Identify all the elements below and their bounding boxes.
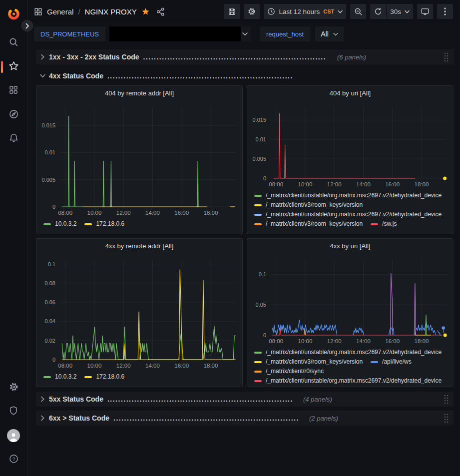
legend-color-dash [371,361,378,363]
x-axis-tick-label: 16:00 [385,181,400,187]
row-drag-handle[interactable] [444,413,449,423]
legend-label: /_matrix/client/v3/room_keys/version [266,357,363,367]
legend-color-dash [254,361,262,363]
panel-title[interactable]: 4xx by remote addr [All] [36,239,242,253]
x-axis-tick-label: 08:00 [58,210,72,216]
sidebar-item-dashboards[interactable] [0,80,27,101]
save-dashboard-button[interactable] [224,4,240,19]
y-axis-tick-label: 0.1 [48,261,55,267]
legend-item[interactable]: 10.0.3.2 [43,372,76,382]
y-axis-tick-label: 0 [52,204,55,210]
row-drag-handle[interactable] [444,52,449,62]
x-axis-tick-label: 16:00 [174,363,189,369]
cycle-view-mode-button[interactable] [417,4,433,19]
legend-item[interactable]: /_matrix/client/unstable/org.matrix.msc2… [254,348,442,357]
magnifier-minus-icon [354,7,363,16]
panel-4xx-by-uri: 4xx by uri [All] 00.050.108:0010:0012:00… [247,238,454,387]
y-axis-tick-label: 0.02 [45,338,55,344]
refresh-interval-select[interactable]: 30s [386,4,413,19]
datasource-variable-select[interactable] [109,26,251,41]
legend-color-dash [254,352,262,354]
panel-title[interactable]: 404 by remote addr [All] [36,86,242,100]
monitor-icon [421,7,430,16]
row-drag-handle[interactable] [444,394,449,404]
favorite-star-icon[interactable] [141,7,150,16]
zoom-out-time-button[interactable] [350,4,366,19]
share-icon[interactable] [156,7,165,16]
y-axis-tick-label: 0.005 [41,177,55,183]
legend-item[interactable]: /_matrix/client/unstable/org.matrix.msc2… [254,191,442,200]
breadcrumb: General / NGINX PROXY [34,7,165,16]
legend-color-dash [43,223,51,225]
panel-chart-area[interactable]: 00.0050.010.01508:0010:0012:0014:0016:00… [247,100,453,189]
legend-color-dash [254,223,262,225]
legend-item[interactable]: /sw.js [371,219,397,229]
sidebar-item-search[interactable] [0,32,27,53]
legend-item[interactable]: /_matrix/client/unstable/org.matrix.msc2… [254,376,442,385]
x-axis-tick-label: 14:00 [356,181,371,187]
legend-item[interactable]: /_matrix/client/unstable/org.matrix.msc2… [254,210,442,219]
y-axis-tick-label: 0.01 [256,136,266,142]
time-range-picker[interactable]: Last 12 hours CST [264,4,346,19]
chart-canvas[interactable]: 00.050.108:0010:0012:0014:0016:0018:00 [247,253,453,346]
x-axis-tick-label: 10:00 [87,363,102,369]
row-title: 4xx Status Code [49,72,103,80]
panel-title[interactable]: 4xx by uri [All] [247,239,453,253]
legend-item[interactable]: 172.18.0.6 [84,372,124,382]
legend-item[interactable]: 172.18.0.6 [84,219,124,229]
row-header-6xx[interactable]: 6xx > Status Code ......................… [36,411,454,426]
sidebar-item-configuration[interactable] [0,377,27,398]
grafana-logo[interactable] [7,7,20,22]
x-axis-tick-label: 08:00 [269,338,283,344]
legend-label: /_matrix/client/unstable/org.matrix.msc2… [266,348,442,357]
sidebar-item-help[interactable]: ? [0,449,27,470]
sidebar-item-profile[interactable] [0,425,27,446]
dashboard-title[interactable]: NGINX PROXY [85,7,137,16]
sidebar-item-server-admin[interactable] [0,401,27,422]
legend-item[interactable]: 10.0.3.2 [43,219,76,229]
row-header-1xx-3xx-2xx[interactable]: 1xx - 3xx - 2xx Status Code ............… [36,49,454,64]
panel-chart-area[interactable]: 00.020.040.060.080.108:0010:0012:0014:00… [36,253,242,371]
chart-canvas[interactable]: 00.0050.010.01508:0010:0012:0014:0016:00… [36,100,242,218]
sidebar-expand-button[interactable] [21,20,33,31]
dashboard-settings-button[interactable] [244,4,260,19]
x-axis-tick-label: 08:00 [269,181,283,187]
panel-chart-area[interactable]: 00.0050.010.01508:0010:0012:0014:0016:00… [36,100,242,218]
time-range-label: Last 12 hours [279,8,320,15]
row-panel-count: (6 panels) [337,53,366,61]
row-header-4xx[interactable]: 4xx Status Code ........................… [36,68,454,83]
request-host-variable-label[interactable]: request_host [260,26,310,41]
sidebar-item-explore[interactable] [0,104,27,125]
chart-canvas[interactable]: 00.020.040.060.080.108:0010:0012:0014:00… [36,253,242,371]
row-header-5xx[interactable]: 5xx Status Code ........................… [36,392,454,407]
dashboard-toolbar: Last 12 hours CST 30s [224,4,453,19]
sidebar-item-starred[interactable] [0,56,27,77]
breadcrumb-section[interactable]: General [47,7,73,16]
sidebar-item-alerting[interactable] [0,128,27,149]
timezone-label: CST [323,8,334,14]
user-avatar [7,429,20,442]
legend-item[interactable]: /_matrix/client/r0/sync [254,367,324,376]
y-axis-tick-label: 0.05 [256,302,266,308]
legend-item[interactable]: /_matrix/client/v3/room_keys/version [254,200,363,210]
refresh-button[interactable] [370,4,386,19]
legend-item[interactable]: /_matrix/client/v3/room_keys/version [254,357,363,367]
x-axis-tick-label: 12:00 [327,338,342,344]
legend-color-dash [254,204,262,206]
y-axis-tick-label: 0 [263,175,266,181]
x-axis-tick-label: 14:00 [145,210,160,216]
datasource-variable-label[interactable]: DS_PROMETHEUS [34,26,105,41]
x-axis-tick-label: 12:00 [116,210,131,216]
legend-color-dash [254,380,262,382]
legend-item[interactable]: /_matrix/client/v3/room_keys/version [254,219,363,229]
legend-item[interactable]: /api/live/ws [371,357,412,367]
chevron-right-icon [40,54,45,60]
star-icon [8,61,19,73]
request-host-variable-select[interactable]: All [315,26,344,41]
panel-chart-area[interactable]: 00.050.108:0010:0012:0014:0016:0018:00 [247,253,453,346]
x-axis-tick-label: 08:00 [58,363,72,369]
panel-title[interactable]: 404 by uri [All] [247,86,453,100]
dashboard-header: General / NGINX PROXY Last 12 hours CST [28,0,460,23]
chart-canvas[interactable]: 00.0050.010.01508:0010:0012:0014:0016:00… [247,100,453,189]
kebab-menu-button[interactable] [437,4,453,19]
